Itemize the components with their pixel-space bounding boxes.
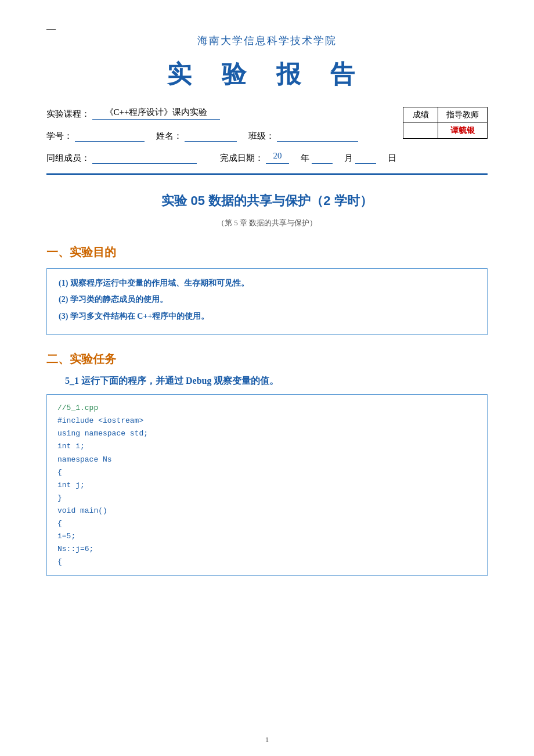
code-line-2: #include <iostream> [57,415,477,427]
teacher-header: 指导教师 [438,107,488,123]
code-line-13: { [57,556,477,568]
class-label: 班级： [248,131,275,142]
code-line-9: void main() [57,505,477,517]
class-value [277,129,358,142]
student-id-value [75,129,145,142]
code-line-3: using namespace std; [57,427,477,440]
code-line-10: { [57,517,477,530]
page-top-dash: — [46,23,488,34]
report-title: 实 验 报 告 [46,58,488,91]
date-month [312,151,333,164]
date-year: 20 [266,151,289,164]
objective-1: (1) 观察程序运行中变量的作用域、生存期和可见性。 [59,277,475,290]
group-date-row: 同组成员： 完成日期： 20 年 月 日 [46,151,488,164]
name-value [185,129,237,142]
code-line-6: { [57,466,477,479]
task1-section: 5_1 运行下面的程序，并通过 Debug 观察变量的值。 //5_1.cpp … [46,375,488,576]
objectives-box: (1) 观察程序运行中变量的作用域、生存期和可见性。 (2) 学习类的静态成员的… [46,268,488,335]
info-section: 成绩 指导教师 谭毓银 实验课程： 《C++程序设计》课内实验 学号： 姓名： … [46,107,488,164]
group-value [92,151,197,164]
code-line-4: int i; [57,440,477,453]
section2-heading: 二、实验任务 [46,351,488,367]
code-line-8: } [57,492,477,505]
objective-2: (2) 学习类的静态成员的使用。 [59,293,475,306]
date-year-unit: 年 [301,153,309,164]
code-line-5: namespace Ns [57,453,477,466]
course-label: 实验课程： [46,109,90,120]
date-month-unit: 月 [344,153,353,164]
date-day-unit: 日 [388,153,396,164]
course-value: 《C++程序设计》课内实验 [92,107,220,120]
code-block: //5_1.cpp #include <iostream> using name… [46,394,488,576]
score-value [403,123,438,139]
teacher-name: 谭毓银 [438,123,488,139]
student-id-label: 学号： [46,131,73,142]
experiment-subtitle: （第 5 章 数据的共享与保护） [46,218,488,228]
experiment-title: 实验 05 数据的共享与保护（2 学时） [46,192,488,210]
task1-heading: 5_1 运行下面的程序，并通过 Debug 观察变量的值。 [46,375,488,387]
code-line-1: //5_1.cpp [57,402,477,415]
code-line-12: Ns::j=6; [57,543,477,556]
code-line-7: int j; [57,479,477,492]
group-label: 同组成员： [46,153,90,164]
date-label: 完成日期： [220,153,264,164]
section1-heading: 一、实验目的 [46,244,488,260]
name-label: 姓名： [156,131,182,142]
code-line-11: i=5; [57,530,477,543]
score-table: 成绩 指导教师 谭毓银 [403,107,488,139]
university-title: 海南大学信息科学技术学院 [46,34,488,48]
score-header: 成绩 [403,107,438,123]
page-number: 1 [0,735,534,744]
date-day [355,151,376,164]
objective-3: (3) 学习多文件结构在 C++程序中的使用。 [59,310,475,323]
divider [46,173,488,175]
